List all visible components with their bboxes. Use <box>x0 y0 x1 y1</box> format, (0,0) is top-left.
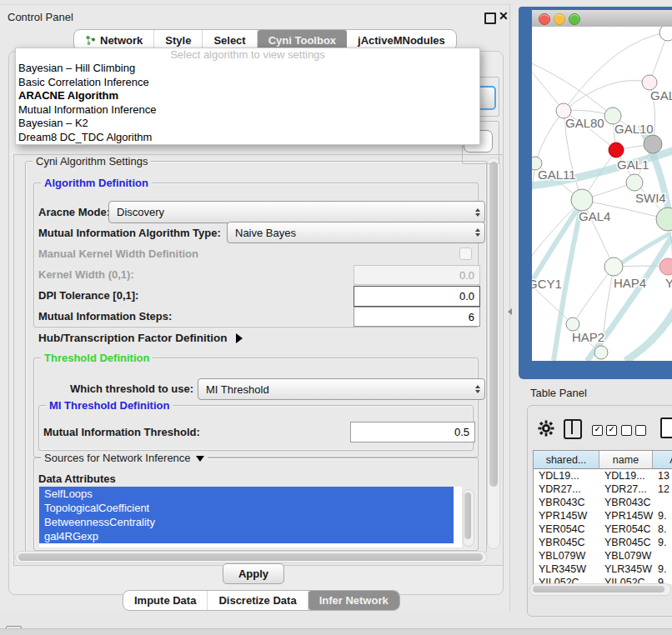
table-cell[interactable]: 9. <box>653 562 672 576</box>
network-edge[interactable] <box>535 111 564 163</box>
hub-expander[interactable]: Hub/Transcription Factor Definition <box>38 332 243 344</box>
column-header-name[interactable]: name <box>599 451 653 469</box>
sources-group-title[interactable]: Sources for Network Inference <box>41 452 208 464</box>
table-header-row: shared...nameA <box>534 451 672 469</box>
table-cell[interactable]: YBR043C <box>599 496 653 509</box>
table-cell[interactable]: YBL079W <box>534 549 599 562</box>
table-row[interactable]: YDR27...YDR27...12 <box>534 482 672 496</box>
table-row[interactable]: YBL079WYBL079W <box>534 549 672 562</box>
table-cell[interactable]: 9. <box>653 509 672 522</box>
network-node[interactable] <box>626 174 643 191</box>
algorithm-option-bayesian-k2[interactable]: Bayesian – K2 <box>16 117 479 131</box>
table-cell[interactable]: YBL079W <box>599 549 653 562</box>
kernel-width-field: 0.0 <box>354 265 480 285</box>
table-cell[interactable]: 9. <box>653 536 672 549</box>
column-header-a[interactable]: A <box>653 451 672 469</box>
cyni-settings-title: Cyni Algorithm Settings <box>33 155 151 168</box>
network-node[interactable] <box>644 135 662 153</box>
mac-zoom-button[interactable] <box>569 13 580 25</box>
attributes-scrollbar[interactable] <box>463 489 474 547</box>
table-cell[interactable]: YPR145W <box>534 509 599 522</box>
network-node[interactable] <box>604 258 623 276</box>
table-cell[interactable] <box>653 496 672 509</box>
table-hscrollbar[interactable] <box>529 583 671 596</box>
network-node[interactable] <box>659 27 672 41</box>
attribute-item-topologicalcoefficient[interactable]: TopologicalCoefficient <box>39 501 454 515</box>
table-cell[interactable]: YDR27... <box>534 482 599 496</box>
node-label-hap2: HAP2 <box>572 330 604 344</box>
table-cell[interactable]: YLR345W <box>599 562 653 576</box>
network-edge-thick[interactable] <box>625 307 672 361</box>
kernel-width-label: Kernel Width (0,1): <box>38 268 134 281</box>
settings-vscrollbar[interactable] <box>487 158 500 549</box>
table-row[interactable]: YER054CYER054C8. <box>534 522 672 536</box>
table-cell[interactable] <box>653 549 672 562</box>
network-node[interactable] <box>566 318 579 331</box>
attribute-item-selfloops[interactable]: SelfLoops <box>39 487 454 501</box>
table-cell[interactable]: YDL19... <box>599 469 653 482</box>
table-cell[interactable]: YBR045C <box>599 536 653 549</box>
dpi-tolerance-field[interactable]: 0.0 <box>354 286 480 307</box>
attribute-item-gal4rgexp[interactable]: gal4RGexp <box>39 529 454 543</box>
table-row[interactable]: YLR345WYLR345W9. <box>534 562 672 576</box>
table-row[interactable]: YBR043CYBR043C <box>534 496 672 509</box>
table-row[interactable]: YBR045CYBR045C9. <box>534 536 672 549</box>
network-canvas[interactable]: GALGAL80GAL10GAL1GAL11SWI4GAL4GCY1HAP4YH… <box>532 27 672 361</box>
split-columns-icon[interactable] <box>564 419 582 439</box>
mac-minimize-button[interactable] <box>554 13 565 25</box>
splitter-collapse-icon[interactable] <box>508 308 512 315</box>
attribute-item-betweennesscentrality[interactable]: BetweennessCentrality <box>39 515 454 529</box>
which-threshold-select[interactable]: MI Threshold <box>198 378 485 400</box>
network-node[interactable] <box>659 258 672 275</box>
deselect-all-icon[interactable] <box>621 425 646 436</box>
gear-icon[interactable] <box>538 420 554 437</box>
table-cell[interactable]: YDL19... <box>534 469 599 482</box>
table-cell[interactable]: YLR345W <box>534 562 599 576</box>
table-cell[interactable]: YER054C <box>599 522 653 536</box>
mac-close-button[interactable] <box>539 13 550 25</box>
node-table[interactable]: shared...nameA YDL19...YDL19...13YDR27..… <box>533 450 672 584</box>
tab-impute-data[interactable]: Impute Data <box>123 591 208 610</box>
table-cell[interactable]: 8. <box>653 522 672 536</box>
table-cell[interactable]: YBR043C <box>534 496 599 509</box>
spinner-arrows-icon <box>475 222 480 242</box>
column-header-shared[interactable]: shared... <box>534 451 599 469</box>
select-all-icon[interactable]: ✓✓ <box>592 425 617 436</box>
float-panel-icon[interactable] <box>484 12 496 24</box>
table-cell[interactable]: 13 <box>653 469 672 482</box>
network-window-titlebar[interactable] <box>532 10 672 28</box>
tab-infer-network[interactable]: Infer Network <box>308 591 399 610</box>
algorithm-option-dream8-dc-tdc-algorithm[interactable]: Dream8 DC_TDC Algorithm <box>16 131 479 145</box>
settings-hscrollbar[interactable] <box>15 551 487 563</box>
algorithm-option-basic-correlation-inference[interactable]: Basic Correlation Inference <box>16 76 479 90</box>
mi-steps-field[interactable]: 6 <box>354 307 480 327</box>
table-cell[interactable]: YBR045C <box>534 536 599 549</box>
algorithm-option-mutual-information-inference[interactable]: Mutual Information Inference <box>16 103 479 118</box>
manual-kernel-checkbox[interactable] <box>459 248 472 260</box>
mi-threshold-field[interactable]: 0.5 <box>350 422 475 442</box>
table-cell[interactable]: 12 <box>653 482 672 496</box>
network-node[interactable] <box>594 346 608 359</box>
tab-discretize-data[interactable]: Discretize Data <box>208 591 308 610</box>
network-edge[interactable] <box>573 267 614 324</box>
network-view-window[interactable]: GALGAL80GAL10GAL1GAL11SWI4GAL4GCY1HAP4YH… <box>519 7 672 379</box>
algorithm-option-bayesian-hill-climbing[interactable]: Bayesian – Hill Climbing <box>16 62 479 76</box>
network-node[interactable] <box>656 208 672 231</box>
table-row[interactable]: YDL19...YDL19...13 <box>534 469 672 482</box>
table-cell[interactable]: YDR27... <box>599 482 653 496</box>
apply-button[interactable]: Apply <box>223 563 284 584</box>
table-cell[interactable]: YPR145W <box>599 509 653 522</box>
mi-type-select[interactable]: Naive Bayes <box>227 222 485 243</box>
table-cell[interactable]: YER054C <box>534 522 599 536</box>
network-edge[interactable] <box>564 81 649 111</box>
network-node[interactable] <box>571 189 593 211</box>
aracne-mode-select[interactable]: Discovery <box>108 201 485 223</box>
network-graph: GALGAL80GAL10GAL1GAL11SWI4GAL4GCY1HAP4YH… <box>532 27 672 361</box>
network-node[interactable] <box>609 142 624 158</box>
new-column-icon[interactable] <box>660 418 672 438</box>
mi-type-label: Mutual Information Algorithm Type: <box>38 227 221 239</box>
data-attributes-list[interactable]: SelfLoopsTopologicalCoefficientBetweenne… <box>39 487 462 548</box>
close-panel-icon[interactable]: ✕ <box>499 9 509 22</box>
algorithm-option-aracne-algorithm[interactable]: ARACNE Algorithm <box>16 89 479 103</box>
table-row[interactable]: YPR145WYPR145W9. <box>534 509 672 522</box>
